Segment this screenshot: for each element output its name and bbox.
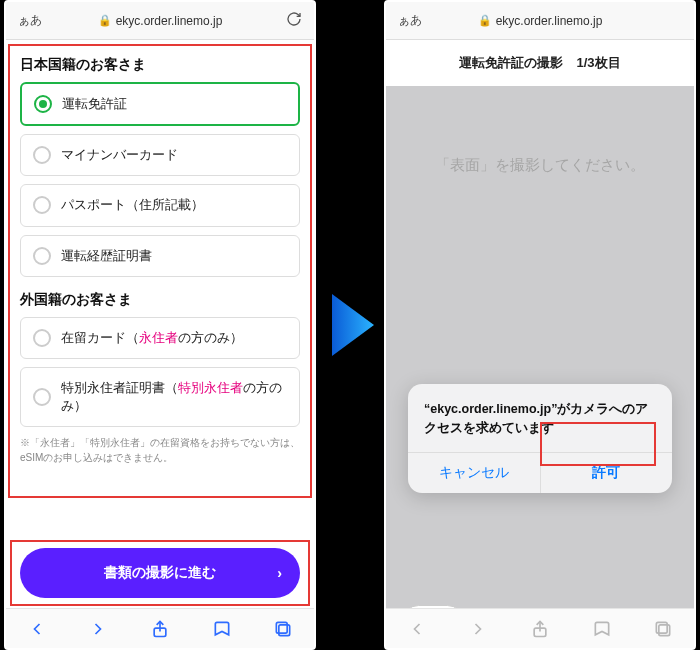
share-icon[interactable] <box>529 618 551 640</box>
phone-right: ぁあ 🔒 ekyc.order.linemo.jp 運転免許証の撮影 1/3枚目… <box>384 0 696 650</box>
safari-toolbar <box>386 608 694 648</box>
back-icon[interactable] <box>406 618 428 640</box>
share-icon[interactable] <box>149 618 171 640</box>
address-bar: ぁあ 🔒 ekyc.order.linemo.jp <box>6 2 314 40</box>
safari-toolbar <box>6 608 314 648</box>
proceed-to-capture-button[interactable]: 書類の撮影に進む › <box>20 548 300 598</box>
option-label: マイナンバーカード <box>61 146 178 164</box>
dim-overlay <box>386 86 694 608</box>
capture-screen: 運転免許証の撮影 1/3枚目 「表面」を撮影してください。 “ekyc.orde… <box>386 40 694 608</box>
forward-icon[interactable] <box>467 618 489 640</box>
phone-left: ぁあ 🔒 ekyc.order.linemo.jp 日本国籍のお客さま 運転免許… <box>4 0 316 650</box>
url-host: ekyc.order.linemo.jp <box>496 14 603 28</box>
doc-option-jp-3[interactable]: 運転経歴証明書 <box>20 235 300 277</box>
radio-icon <box>33 329 51 347</box>
text-size-button[interactable]: ぁあ <box>18 12 42 29</box>
cta-label: 書類の撮影に進む <box>104 564 216 582</box>
svg-rect-2 <box>277 622 288 633</box>
bookmarks-icon[interactable] <box>211 618 233 640</box>
doc-select-panel: 日本国籍のお客さま 運転免許証マイナンバーカードパスポート（住所記載）運転経歴証… <box>6 40 314 540</box>
radio-icon <box>33 247 51 265</box>
alert-cancel-button[interactable]: キャンセル <box>408 453 540 493</box>
forward-icon[interactable] <box>87 618 109 640</box>
doc-option-jp-1[interactable]: マイナンバーカード <box>20 134 300 176</box>
doc-option-jp-2[interactable]: パスポート（住所記載） <box>20 184 300 226</box>
alert-allow-button[interactable]: 許可 <box>540 453 673 493</box>
tabs-icon[interactable] <box>272 618 294 640</box>
radio-icon <box>34 95 52 113</box>
doc-option-foreign-1[interactable]: 特別永住者証明書（特別永住者の方のみ） <box>20 367 300 427</box>
radio-icon <box>33 146 51 164</box>
chevron-right-icon: › <box>277 565 282 581</box>
section-title-foreign: 外国籍のお客さま <box>20 291 300 309</box>
option-label: パスポート（住所記載） <box>61 196 204 214</box>
url-host: ekyc.order.linemo.jp <box>116 14 223 28</box>
svg-rect-6 <box>657 622 668 633</box>
text-size-button[interactable]: ぁあ <box>398 12 422 29</box>
tabs-icon[interactable] <box>652 618 674 640</box>
radio-icon <box>33 196 51 214</box>
flow-arrow-icon <box>328 290 378 360</box>
lock-icon: 🔒 <box>98 14 112 27</box>
footnote: ※「永住者」「特別永住者」の在留資格をお持ちでない方は、eSIMのお申し込みはで… <box>20 435 300 465</box>
camera-permission-alert: “ekyc.order.linemo.jp”がカメラへのアクセスを求めています … <box>408 384 672 493</box>
option-label: 運転免許証 <box>62 95 127 113</box>
svg-rect-5 <box>659 624 670 635</box>
capture-header: 運転免許証の撮影 1/3枚目 <box>386 40 694 86</box>
reload-icon[interactable] <box>286 11 302 30</box>
doc-option-jp-0[interactable]: 運転免許証 <box>20 82 300 126</box>
svg-rect-1 <box>279 624 290 635</box>
option-label: 在留カード（永住者の方のみ） <box>61 329 243 347</box>
option-label: 特別永住者証明書（特別永住者の方のみ） <box>61 379 287 415</box>
alert-message: “ekyc.order.linemo.jp”がカメラへのアクセスを求めています <box>408 384 672 452</box>
option-label: 運転経歴証明書 <box>61 247 152 265</box>
svg-marker-3 <box>332 294 374 356</box>
bookmarks-icon[interactable] <box>591 618 613 640</box>
radio-icon <box>33 388 51 406</box>
lock-icon: 🔒 <box>478 14 492 27</box>
doc-option-foreign-0[interactable]: 在留カード（永住者の方のみ） <box>20 317 300 359</box>
address-bar: ぁあ 🔒 ekyc.order.linemo.jp <box>386 2 694 40</box>
back-icon[interactable] <box>26 618 48 640</box>
section-title-japanese: 日本国籍のお客さま <box>20 56 300 74</box>
